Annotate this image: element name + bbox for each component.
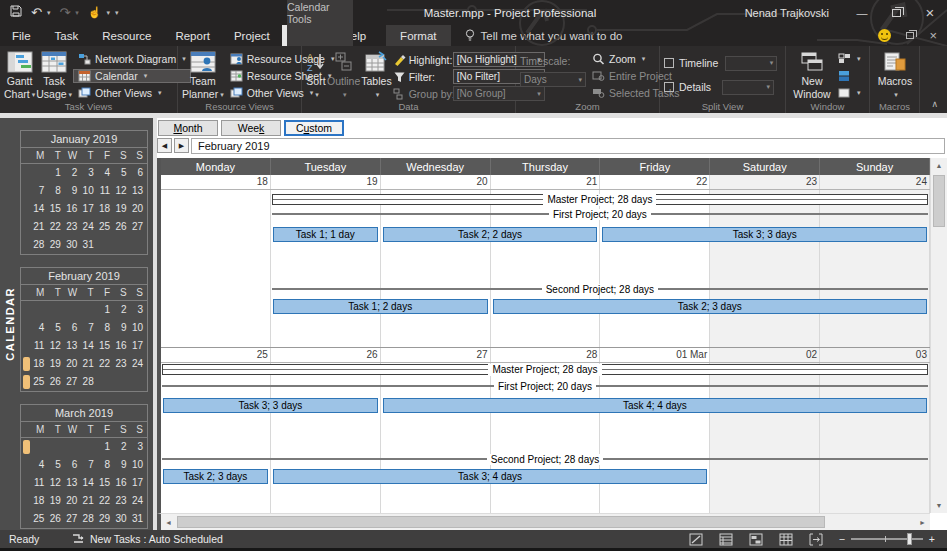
mini-date[interactable]: 12 bbox=[114, 182, 130, 200]
tab-resource[interactable]: Resource bbox=[90, 25, 163, 46]
mini-date[interactable]: 20 bbox=[65, 355, 81, 373]
mini-date[interactable]: 5 bbox=[48, 319, 64, 337]
tell-me-box[interactable]: Tell me what you want to do bbox=[465, 25, 623, 46]
mini-date[interactable]: 31 bbox=[81, 236, 97, 254]
mini-date[interactable]: 13 bbox=[65, 474, 81, 492]
mini-date[interactable]: 24 bbox=[131, 355, 147, 373]
mini-date[interactable]: 12 bbox=[48, 474, 64, 492]
save-icon[interactable] bbox=[10, 5, 22, 20]
mini-date[interactable]: 26 bbox=[48, 510, 64, 528]
report-view-button[interactable] bbox=[809, 533, 823, 546]
tab-report[interactable]: Report bbox=[163, 25, 222, 46]
mini-date[interactable]: 2 bbox=[114, 301, 130, 319]
gantt-chart-button[interactable]: GanttChart▾ bbox=[4, 48, 35, 100]
mini-date[interactable] bbox=[98, 373, 114, 391]
mode-button-week[interactable]: Week bbox=[221, 120, 281, 136]
mini-date[interactable]: 19 bbox=[48, 355, 64, 373]
mini-date[interactable]: 6 bbox=[65, 456, 81, 474]
scroll-down-icon[interactable]: ▼ bbox=[931, 498, 947, 513]
mini-date[interactable]: 2 bbox=[114, 438, 130, 456]
task-bar[interactable]: Task 1; 1 day bbox=[273, 227, 378, 242]
customize-qat-icon[interactable]: ▾ bbox=[115, 9, 119, 17]
mini-date[interactable] bbox=[65, 301, 81, 319]
mini-date[interactable]: 31 bbox=[131, 510, 147, 528]
mini-date[interactable]: 20 bbox=[65, 492, 81, 510]
mini-date[interactable]: 12 bbox=[48, 337, 64, 355]
mini-date[interactable] bbox=[131, 373, 147, 391]
mini-date[interactable] bbox=[32, 438, 48, 456]
horizontal-scroll-thumb[interactable] bbox=[177, 516, 825, 528]
team-planner-button[interactable]: TeamPlanner▾ bbox=[182, 48, 224, 100]
mini-date[interactable]: 3 bbox=[131, 438, 147, 456]
previous-period-button[interactable]: ◀ bbox=[157, 138, 172, 153]
horizontal-scrollbar[interactable]: ◄ ► bbox=[157, 513, 930, 530]
mini-date[interactable]: 1 bbox=[98, 301, 114, 319]
mini-date[interactable]: 10 bbox=[131, 319, 147, 337]
doc-close-icon[interactable]: × bbox=[929, 29, 937, 42]
undo-icon[interactable]: ↶ bbox=[31, 5, 42, 20]
mini-date[interactable]: 27 bbox=[65, 510, 81, 528]
task-usage-view-button[interactable] bbox=[719, 533, 733, 546]
mini-date[interactable]: 10 bbox=[131, 456, 147, 474]
close-button[interactable]: × bbox=[913, 0, 947, 25]
task-bar[interactable]: Task 3; 3 days bbox=[602, 227, 927, 242]
mini-date[interactable]: 20 bbox=[131, 200, 147, 218]
mini-date[interactable]: 18 bbox=[32, 492, 48, 510]
mini-date[interactable]: 25 bbox=[32, 373, 48, 391]
mini-date[interactable]: 30 bbox=[65, 236, 81, 254]
summary-bar[interactable]: Master Project; 28 days bbox=[162, 364, 928, 375]
zoom-slider[interactable]: − + bbox=[839, 533, 935, 545]
switch-windows-button[interactable]: ▾ bbox=[835, 52, 864, 67]
mini-date[interactable]: 25 bbox=[32, 510, 48, 528]
undo-caret-icon[interactable]: ▾ bbox=[47, 9, 51, 17]
mini-date[interactable]: 13 bbox=[65, 337, 81, 355]
mini-date[interactable]: 23 bbox=[114, 355, 130, 373]
mini-date[interactable]: 8 bbox=[48, 182, 64, 200]
resource-sheet-view-button[interactable] bbox=[779, 533, 793, 546]
mini-date[interactable] bbox=[131, 236, 147, 254]
macros-button[interactable]: Macros▾ bbox=[874, 48, 916, 100]
mini-date[interactable]: 7 bbox=[81, 319, 97, 337]
mini-date[interactable] bbox=[32, 164, 48, 182]
mini-date[interactable]: 26 bbox=[114, 218, 130, 236]
signed-in-user[interactable]: Nenad Trajkovski bbox=[745, 0, 829, 25]
mini-date[interactable]: 11 bbox=[32, 474, 48, 492]
collapse-ribbon-icon[interactable]: ∧ bbox=[931, 99, 938, 109]
team-planner-view-button[interactable] bbox=[749, 533, 763, 546]
mini-date[interactable]: 8 bbox=[98, 319, 114, 337]
task-bar[interactable]: Task 1; 2 days bbox=[273, 299, 488, 314]
tab-task[interactable]: Task bbox=[43, 25, 91, 46]
mini-date[interactable]: 14 bbox=[81, 474, 97, 492]
mini-date[interactable]: 5 bbox=[48, 456, 64, 474]
task-usage-button[interactable]: TaskUsage▾ bbox=[36, 48, 72, 100]
mini-date[interactable]: 9 bbox=[65, 182, 81, 200]
mini-date[interactable] bbox=[81, 438, 97, 456]
feedback-smiley-icon[interactable] bbox=[878, 29, 891, 42]
mini-date[interactable]: 22 bbox=[48, 218, 64, 236]
arrange-all-button[interactable] bbox=[835, 69, 864, 84]
mini-date[interactable]: 2 bbox=[65, 164, 81, 182]
mini-date[interactable]: 19 bbox=[114, 200, 130, 218]
mini-date[interactable]: 15 bbox=[48, 200, 64, 218]
task-bar[interactable]: Task 2; 2 days bbox=[383, 227, 598, 242]
line-bar[interactable]: First Project; 20 days bbox=[162, 380, 928, 393]
mini-date[interactable]: 6 bbox=[65, 319, 81, 337]
task-bar[interactable]: Task 2; 3 days bbox=[493, 299, 927, 314]
touch-mode-caret-icon[interactable]: ▾ bbox=[107, 9, 111, 17]
calendar-view-button[interactable]: Calendar▾ bbox=[73, 69, 191, 83]
mini-date[interactable]: 1 bbox=[48, 164, 64, 182]
vertical-scrollbar[interactable]: ▲ ▼ bbox=[930, 158, 947, 513]
line-bar[interactable]: Second Project; 28 days bbox=[162, 453, 928, 466]
restore-button[interactable] bbox=[879, 0, 913, 25]
mini-date[interactable] bbox=[48, 301, 64, 319]
mode-button-custom[interactable]: Custom bbox=[284, 120, 344, 136]
day-cell[interactable] bbox=[161, 175, 271, 347]
mini-date[interactable]: 21 bbox=[81, 355, 97, 373]
line-bar[interactable]: Second Project; 28 days bbox=[272, 283, 928, 296]
mini-date[interactable]: 18 bbox=[98, 200, 114, 218]
network-diagram-button[interactable]: Network Diagram▾ bbox=[73, 52, 191, 66]
mini-date[interactable]: 5 bbox=[114, 164, 130, 182]
mini-date[interactable] bbox=[81, 301, 97, 319]
mini-date[interactable]: 26 bbox=[48, 373, 64, 391]
details-checkbox[interactable] bbox=[664, 82, 674, 92]
